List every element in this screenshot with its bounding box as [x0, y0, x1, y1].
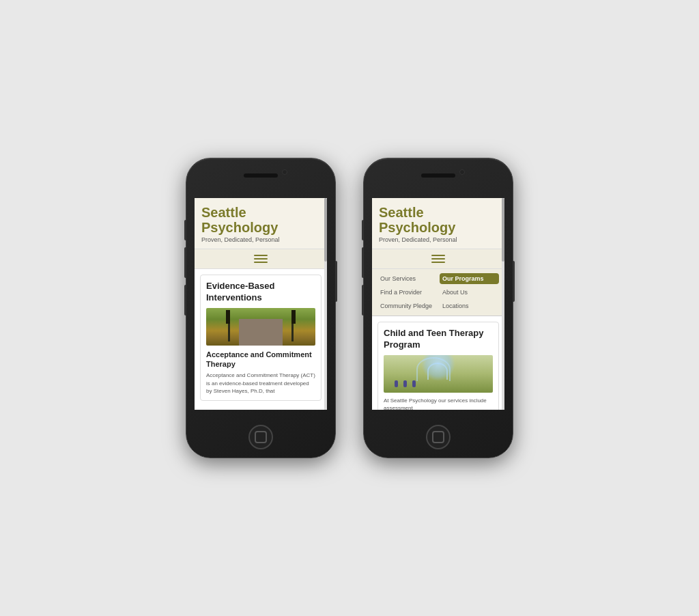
- scrollbar-thumb-left: [324, 198, 327, 262]
- site-title-left: Seattle Psychology: [201, 205, 320, 235]
- phone-btn-power-right: [513, 261, 515, 302]
- card-text-left: Acceptance and Commitment Therapy (ACT) …: [206, 372, 315, 395]
- site-content-left: Seattle Psychology Proven, Dedicated, Pe…: [195, 198, 327, 410]
- fountain-scene: [384, 355, 493, 393]
- phone-home-left[interactable]: [248, 425, 273, 449]
- phone-btn-vol-up-right: [362, 247, 364, 278]
- nav-item-our-programs[interactable]: Our Programs: [440, 273, 499, 284]
- phone-right: Seattle Psychology Proven, Dedicated, Pe…: [363, 158, 513, 458]
- phone-body-right: Seattle Psychology Proven, Dedicated, Pe…: [363, 158, 513, 458]
- nav-item-find-provider[interactable]: Find a Provider: [377, 287, 437, 298]
- phone-btn-power-left: [335, 261, 337, 302]
- site-title-right: Seattle Psychology: [379, 205, 498, 235]
- phone-btn-vol-down: [184, 285, 186, 316]
- bridge-lamp2: [291, 310, 296, 324]
- bridge-path: [239, 319, 283, 346]
- hamburger-line-2: [254, 258, 268, 260]
- phone-btn-silent: [184, 220, 186, 240]
- person-2: [403, 380, 407, 387]
- card-image-left: [206, 308, 315, 346]
- hamburger-bar-right[interactable]: [372, 249, 504, 269]
- phone-screen-left: Seattle Psychology Proven, Dedicated, Pe…: [195, 198, 327, 410]
- nav-item-community-pledge[interactable]: Community Pledge: [377, 300, 437, 311]
- card-main-title-left: Evidence-Based Interventions: [206, 281, 315, 304]
- hamburger-line-r1: [431, 255, 445, 256]
- phone-speaker-right: [421, 173, 455, 178]
- person-3: [412, 380, 416, 387]
- site-header-right: Seattle Psychology Proven, Dedicated, Pe…: [372, 198, 504, 249]
- card-right: Child and Teen Therapy Program: [377, 322, 499, 410]
- phone-btn-silent-right: [362, 220, 364, 240]
- card-text-right: At Seattle Psychology our services inclu…: [384, 397, 493, 410]
- phone-body-left: Seattle Psychology Proven, Dedicated, Pe…: [186, 158, 336, 458]
- site-main-left: Evidence-Based Interventions Acceptance …: [195, 269, 327, 406]
- phone-left: Seattle Psychology Proven, Dedicated, Pe…: [186, 158, 336, 458]
- fountain-arc2: [416, 357, 451, 381]
- hamburger-line-r3: [431, 262, 445, 263]
- card-section-title-left: Acceptance and Commitment Therapy: [206, 350, 315, 369]
- nav-item-about-us[interactable]: About Us: [440, 287, 499, 298]
- bridge-lamp1: [226, 310, 230, 324]
- hamburger-icon-right[interactable]: [431, 255, 445, 263]
- card-left: Evidence-Based Interventions Acceptance …: [200, 275, 322, 401]
- hamburger-line-3: [254, 262, 268, 263]
- person-1: [395, 380, 398, 387]
- nav-menu-right: Our Services Our Programs Find a Provide…: [372, 269, 504, 316]
- nav-item-locations[interactable]: Locations: [440, 300, 499, 311]
- hamburger-line-1: [254, 255, 268, 256]
- site-subtitle-left: Proven, Dedicated, Personal: [201, 236, 320, 243]
- phone-home-inner-left: [255, 431, 267, 443]
- phone-home-inner-right: [432, 431, 444, 443]
- bridge-scene: [206, 308, 315, 346]
- phone-screen-right: Seattle Psychology Proven, Dedicated, Pe…: [372, 198, 504, 410]
- hamburger-line-r2: [431, 258, 445, 260]
- phone-btn-vol-up: [184, 247, 186, 278]
- phone-camera-left: [282, 169, 287, 175]
- site-content-right: Seattle Psychology Proven, Dedicated, Pe…: [372, 198, 504, 410]
- phone-home-right[interactable]: [426, 425, 451, 449]
- card-image-right: [384, 355, 493, 393]
- scrollbar-thumb-right: [502, 198, 504, 262]
- scrollbar-right[interactable]: [502, 198, 504, 410]
- fountain-people: [395, 380, 416, 387]
- scrollbar-left[interactable]: [324, 198, 327, 410]
- phone-camera-right: [459, 169, 465, 175]
- hamburger-bar-left[interactable]: [195, 249, 327, 269]
- site-header-left: Seattle Psychology Proven, Dedicated, Pe…: [195, 198, 327, 249]
- nav-item-our-services[interactable]: Our Services: [377, 273, 437, 284]
- site-main-right: Child and Teen Therapy Program: [372, 316, 504, 410]
- card-main-title-right: Child and Teen Therapy Program: [384, 328, 493, 351]
- hamburger-icon-left[interactable]: [254, 255, 268, 263]
- phone-btn-vol-down-right: [362, 285, 364, 316]
- phone-speaker-left: [244, 173, 278, 178]
- site-subtitle-right: Proven, Dedicated, Personal: [379, 236, 498, 243]
